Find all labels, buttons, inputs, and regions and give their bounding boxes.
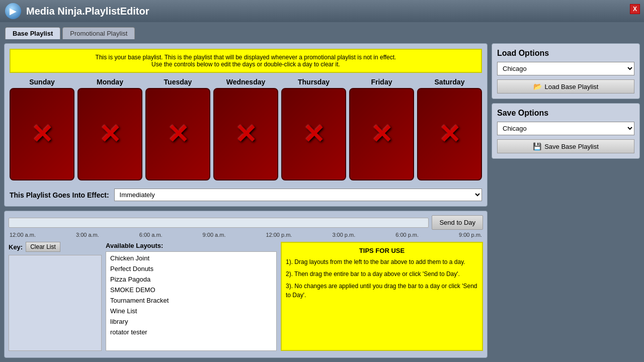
app-icon-symbol: ▶ bbox=[10, 6, 17, 17]
day-card[interactable]: ✕ bbox=[77, 88, 142, 180]
day-label: Thursday bbox=[298, 78, 330, 86]
layout-item[interactable]: Wine List bbox=[107, 306, 275, 316]
layouts-header: Available Layouts: bbox=[106, 242, 277, 249]
layout-item[interactable]: Tournament Bracket bbox=[107, 295, 275, 306]
app-title: Media Ninja.PlaylistEditor bbox=[26, 6, 149, 17]
tabs-bar: Base Playlist Promotional Playlist bbox=[0, 22, 644, 39]
timeline-label: 9:00 p.m. bbox=[459, 232, 482, 238]
layouts-panel: Available Layouts: Chicken JointPerfect … bbox=[106, 242, 277, 351]
layout-item[interactable]: Pizza Pagoda bbox=[107, 274, 275, 285]
x-mark-icon: ✕ bbox=[99, 121, 121, 147]
save-city-select[interactable]: Chicago bbox=[497, 122, 634, 135]
day-column-monday: Monday✕ bbox=[77, 78, 142, 180]
day-label: Tuesday bbox=[164, 78, 192, 86]
layout-item[interactable]: SMOKE DEMO bbox=[107, 285, 275, 295]
day-column-tuesday: Tuesday✕ bbox=[145, 78, 210, 180]
day-label: Wednesday bbox=[226, 78, 266, 86]
save-options-box: Save Options Chicago 💾 Save Base Playlis… bbox=[492, 103, 640, 159]
layout-item[interactable]: Perfect Donuts bbox=[107, 263, 275, 274]
clear-list-button[interactable]: Clear List bbox=[26, 242, 60, 252]
day-column-thursday: Thursday✕ bbox=[281, 78, 346, 180]
key-panel: Key: Clear List bbox=[9, 242, 102, 351]
effect-row: This Playlist Goes Into Effect: Immediat… bbox=[10, 187, 482, 201]
x-mark-icon: ✕ bbox=[303, 121, 325, 147]
timeline-label: 12:00 p.m. bbox=[266, 232, 292, 238]
x-mark-icon: ✕ bbox=[439, 121, 461, 147]
load-icon: 📂 bbox=[533, 82, 542, 90]
x-mark-icon: ✕ bbox=[167, 121, 189, 147]
key-label: Key: bbox=[9, 243, 23, 251]
day-label: Saturday bbox=[435, 78, 465, 86]
timeline-bar[interactable] bbox=[9, 218, 429, 228]
load-options-box: Load Options Chicago 📂 Load Base Playlis… bbox=[492, 43, 640, 99]
day-label: Monday bbox=[97, 78, 123, 86]
day-column-wednesday: Wednesday✕ bbox=[213, 78, 278, 180]
load-base-playlist-button[interactable]: 📂 Load Base Playlist bbox=[497, 79, 634, 94]
timeline-label: 6:00 a.m. bbox=[139, 232, 163, 238]
app-icon: ▶ bbox=[5, 3, 21, 19]
notice-line2: Use the controls below to edit the days … bbox=[15, 61, 477, 68]
tab-base-playlist[interactable]: Base Playlist bbox=[5, 27, 60, 39]
load-button-label: Load Base Playlist bbox=[545, 83, 599, 90]
timeline-label: 6:00 p.m. bbox=[395, 232, 419, 238]
day-card[interactable]: ✕ bbox=[417, 88, 482, 180]
day-column-friday: Friday✕ bbox=[349, 78, 414, 180]
timeline-label: 3:00 a.m. bbox=[76, 232, 99, 238]
effect-select[interactable]: Immediately Tomorrow Next Week bbox=[114, 189, 482, 201]
layouts-list[interactable]: Chicken JointPerfect DonutsPizza PagodaS… bbox=[106, 251, 277, 351]
save-icon: 💾 bbox=[533, 142, 541, 150]
send-to-day-button[interactable]: Send to Day bbox=[432, 215, 483, 230]
x-mark-icon: ✕ bbox=[235, 121, 257, 147]
tips-header: TIPS FOR USE bbox=[286, 247, 478, 254]
bottom-section: Send to Day 12:00 a.m.3:00 a.m.6:00 a.m.… bbox=[4, 211, 488, 358]
save-options-title: Save Options bbox=[497, 109, 634, 118]
x-mark-icon: ✕ bbox=[371, 121, 393, 147]
day-card[interactable]: ✕ bbox=[213, 88, 278, 180]
close-button[interactable]: X bbox=[630, 4, 640, 14]
timeline-label: 3:00 p.m. bbox=[332, 232, 355, 238]
day-card[interactable]: ✕ bbox=[281, 88, 346, 180]
titlebar: ▶ Media Ninja.PlaylistEditor X bbox=[0, 0, 644, 22]
timeline-area: Send to Day bbox=[9, 215, 483, 230]
notice-box: This is your base playlist. This is the … bbox=[10, 49, 482, 73]
day-column-sunday: Sunday✕ bbox=[10, 78, 74, 180]
key-area bbox=[9, 255, 102, 351]
days-grid: Sunday✕Monday✕Tuesday✕Wednesday✕Thursday… bbox=[10, 78, 482, 180]
main-content: This is your base playlist. This is the … bbox=[0, 39, 644, 362]
calendar-section: This is your base playlist. This is the … bbox=[4, 43, 488, 207]
key-header: Key: Clear List bbox=[9, 242, 102, 252]
save-base-playlist-button[interactable]: 💾 Save Base Playlist bbox=[497, 139, 634, 153]
tip-item: 3). No changes are applied until you dra… bbox=[286, 282, 478, 300]
load-options-title: Load Options bbox=[497, 49, 634, 58]
timeline-label: 12:00 a.m. bbox=[10, 232, 36, 238]
tip-item: 2). Then drag the entire bar to a day ab… bbox=[286, 269, 478, 279]
day-column-saturday: Saturday✕ bbox=[417, 78, 482, 180]
x-mark-icon: ✕ bbox=[31, 121, 53, 147]
day-card[interactable]: ✕ bbox=[145, 88, 210, 180]
tab-promotional-playlist[interactable]: Promotional Playlist bbox=[62, 27, 135, 39]
bottom-content: Key: Clear List Available Layouts: Chick… bbox=[9, 242, 483, 351]
day-label: Sunday bbox=[29, 78, 55, 86]
load-city-select[interactable]: Chicago bbox=[497, 62, 634, 75]
left-panel: This is your base playlist. This is the … bbox=[4, 43, 488, 358]
layout-item[interactable]: library bbox=[107, 316, 275, 327]
day-label: Friday bbox=[371, 78, 392, 86]
tips-panel: TIPS FOR USE 1). Drag layouts from the l… bbox=[281, 242, 483, 351]
layout-item[interactable]: Chicken Joint bbox=[107, 253, 275, 263]
timeline-labels: 12:00 a.m.3:00 a.m.6:00 a.m.9:00 a.m.12:… bbox=[9, 232, 483, 238]
effect-label: This Playlist Goes Into Effect: bbox=[10, 191, 109, 199]
right-panel: Load Options Chicago 📂 Load Base Playlis… bbox=[492, 43, 640, 358]
layout-item[interactable]: rotator tester bbox=[107, 327, 275, 337]
tip-item: 1). Drag layouts from the left to the ba… bbox=[286, 257, 478, 266]
tips-content: 1). Drag layouts from the left to the ba… bbox=[286, 257, 478, 300]
save-button-label: Save Base Playlist bbox=[544, 143, 599, 150]
day-card[interactable]: ✕ bbox=[349, 88, 414, 180]
timeline-label: 9:00 a.m. bbox=[203, 232, 226, 238]
day-card[interactable]: ✕ bbox=[10, 88, 74, 180]
notice-line1: This is your base playlist. This is the … bbox=[15, 54, 477, 61]
